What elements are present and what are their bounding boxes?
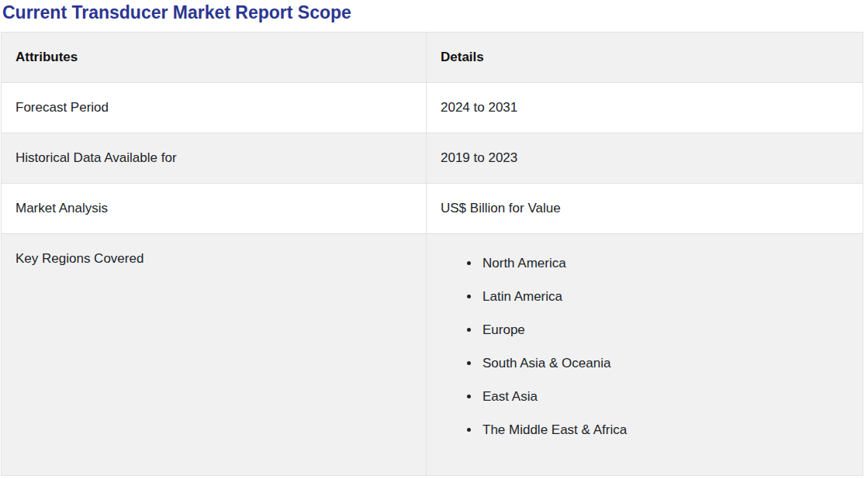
report-scope-table: Attributes Details Forecast Period 2024 … (1, 32, 863, 476)
attribute-cell-historical-data: Historical Data Available for (2, 133, 427, 184)
table-row: Market Analysis US$ Billion for Value (2, 184, 863, 234)
detail-cell-historical-data: 2019 to 2023 (427, 133, 863, 184)
attribute-cell-market-analysis: Market Analysis (2, 184, 427, 234)
list-item: Latin America (480, 287, 849, 307)
page-title: Current Transducer Market Report Scope (2, 2, 864, 23)
table-row: Key Regions Covered North America Latin … (2, 234, 863, 476)
attribute-cell-forecast-period: Forecast Period (2, 83, 427, 133)
attribute-cell-key-regions: Key Regions Covered (2, 234, 427, 476)
column-header-attributes: Attributes (2, 33, 427, 83)
table-row: Forecast Period 2024 to 2031 (2, 83, 863, 133)
table-header: Attributes Details (2, 33, 863, 83)
list-item: Europe (480, 320, 849, 340)
header-row: Attributes Details (2, 33, 863, 83)
table-row: Historical Data Available for 2019 to 20… (2, 133, 863, 184)
list-item: East Asia (480, 387, 849, 407)
detail-cell-forecast-period: 2024 to 2031 (427, 83, 863, 133)
detail-cell-key-regions: North America Latin America Europe South… (427, 234, 863, 476)
column-header-details: Details (427, 33, 863, 83)
detail-cell-market-analysis: US$ Billion for Value (427, 184, 863, 234)
list-item: North America (480, 253, 849, 274)
key-regions-list: North America Latin America Europe South… (441, 253, 849, 440)
list-item: South Asia & Oceania (480, 353, 849, 374)
table-body: Forecast Period 2024 to 2031 Historical … (2, 83, 863, 476)
list-item: The Middle East & Africa (480, 420, 849, 440)
report-scope-page: Current Transducer Market Report Scope A… (0, 0, 868, 479)
